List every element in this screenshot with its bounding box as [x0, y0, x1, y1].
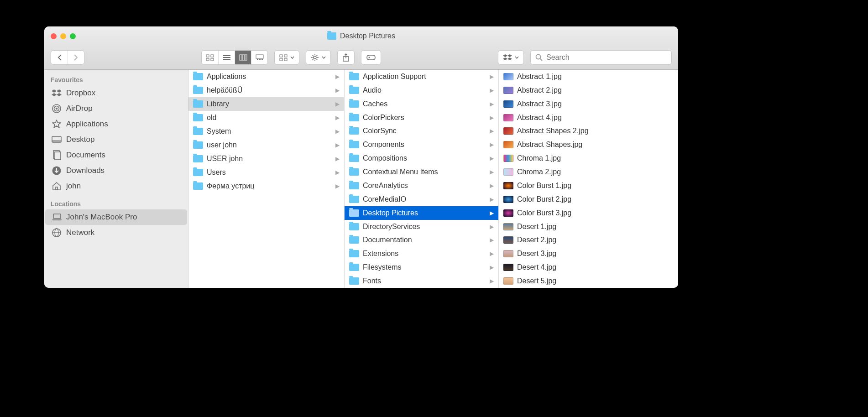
dropbox-toolbar-button[interactable]: [498, 50, 524, 65]
back-button[interactable]: [51, 51, 68, 64]
tags-button[interactable]: [361, 50, 381, 65]
folder-row[interactable]: Caches▶: [345, 97, 498, 111]
folder-row[interactable]: System▶: [188, 125, 344, 138]
file-row[interactable]: Abstract 4.jpg: [499, 111, 678, 125]
sidebar-item-desktop[interactable]: Desktop: [45, 132, 187, 147]
network-icon: [52, 228, 62, 238]
chevron-down-icon: [290, 56, 294, 59]
sidebar-item-network[interactable]: Network: [45, 225, 187, 240]
folder-row[interactable]: Applications▶: [188, 70, 344, 83]
row-label: System: [207, 127, 231, 136]
file-row[interactable]: Abstract 1.jpg: [499, 70, 678, 83]
gallery-view-button[interactable]: [251, 51, 267, 64]
file-row[interactable]: Color Burst 2.jpg: [499, 193, 678, 206]
close-button[interactable]: [51, 33, 57, 39]
search-field[interactable]: [530, 50, 672, 65]
row-label: Desert 4.jpg: [517, 263, 556, 271]
column-1: Application Support▶Audio▶Caches▶ColorPi…: [345, 70, 499, 288]
sidebar-item-applications[interactable]: Applications: [45, 116, 187, 132]
row-label: Color Burst 1.jpg: [517, 182, 571, 190]
folder-row[interactable]: Audio▶: [345, 83, 498, 97]
folder-row[interactable]: CoreMediaIO▶: [345, 193, 498, 206]
row-label: old: [207, 114, 216, 122]
folder-row[interactable]: Filesystems▶: [345, 261, 498, 274]
folder-row[interactable]: Compositions▶: [345, 151, 498, 165]
folder-icon: [349, 73, 359, 80]
svg-rect-3: [211, 58, 214, 61]
sidebar-item-john[interactable]: john: [45, 178, 187, 194]
file-row[interactable]: Chroma 2.jpg: [499, 165, 678, 179]
chevron-right-icon: ▶: [335, 169, 340, 176]
image-thumbnail-icon: [503, 127, 513, 135]
file-row[interactable]: Abstract 3.jpg: [499, 97, 678, 111]
search-input[interactable]: [546, 53, 667, 62]
file-row[interactable]: Abstract 2.jpg: [499, 83, 678, 97]
file-row[interactable]: Abstract Shapes.jpg: [499, 138, 678, 151]
column-2: Abstract 1.jpgAbstract 2.jpgAbstract 3.j…: [499, 70, 678, 288]
folder-row[interactable]: Extensions▶: [345, 247, 498, 261]
folder-icon: [349, 209, 359, 217]
svg-rect-36: [52, 140, 61, 142]
file-row[interactable]: Desert 2.jpg: [499, 234, 678, 247]
toolbar: [44, 46, 678, 70]
svg-rect-40: [56, 187, 58, 190]
folder-row[interactable]: Users▶: [188, 166, 344, 179]
file-row[interactable]: Chroma 1.jpg: [499, 151, 678, 165]
folder-row[interactable]: Application Support▶: [345, 70, 498, 83]
sidebar-item-documents[interactable]: Documents: [45, 147, 187, 163]
folder-row[interactable]: Desktop Pictures▶: [345, 206, 498, 220]
arrange-button[interactable]: [274, 50, 299, 65]
folder-icon: [193, 155, 203, 162]
maximize-button[interactable]: [70, 33, 76, 39]
folder-row[interactable]: ColorSync▶: [345, 125, 498, 138]
share-button[interactable]: [337, 50, 355, 65]
folder-row[interactable]: Components▶: [345, 138, 498, 151]
action-button[interactable]: [306, 50, 331, 65]
folder-icon: [193, 128, 203, 135]
svg-line-23: [312, 55, 313, 56]
downloads-icon: [52, 166, 62, 176]
row-label: Chroma 2.jpg: [517, 168, 561, 176]
file-row[interactable]: Desert 1.jpg: [499, 220, 678, 234]
folder-row[interactable]: CoreAnalytics▶: [345, 179, 498, 193]
image-thumbnail-icon: [503, 114, 513, 121]
folder-row[interactable]: old▶: [188, 111, 344, 125]
sidebar-item-downloads[interactable]: Downloads: [45, 163, 187, 178]
column-browser: Applications▶helpäöüßÜ▶Library▶old▶Syste…: [188, 70, 678, 288]
row-label: Chroma 1.jpg: [517, 154, 561, 162]
file-row[interactable]: Color Burst 1.jpg: [499, 179, 678, 193]
sidebar-item-airdrop[interactable]: AirDrop: [45, 101, 187, 116]
svg-rect-14: [280, 55, 282, 57]
image-thumbnail-icon: [503, 223, 513, 230]
folder-row[interactable]: Documentation▶: [345, 234, 498, 247]
folder-row[interactable]: Library▶: [188, 97, 344, 111]
folder-row[interactable]: Fonts▶: [345, 274, 498, 288]
list-view-button[interactable]: [218, 51, 235, 64]
chevron-right-icon: ▶: [490, 250, 494, 257]
folder-row[interactable]: Contextual Menu Items▶: [345, 165, 498, 179]
folder-row[interactable]: Ферма устриц▶: [188, 179, 344, 193]
file-row[interactable]: Abstract Shapes 2.jpg: [499, 125, 678, 138]
file-row[interactable]: Desert 4.jpg: [499, 261, 678, 274]
sidebar-item-john-s-macbook-pro[interactable]: John's MacBook Pro: [45, 209, 187, 225]
column-view-button[interactable]: [235, 51, 251, 64]
svg-rect-1: [211, 55, 214, 57]
minimize-button[interactable]: [60, 33, 66, 39]
tag-icon: [366, 54, 376, 61]
folder-row[interactable]: ColorPickers▶: [345, 111, 498, 125]
sidebar-item-dropbox[interactable]: Dropbox: [45, 85, 187, 101]
folder-row[interactable]: user john▶: [188, 138, 344, 152]
folder-row[interactable]: helpäöüßÜ▶: [188, 83, 344, 97]
folder-row[interactable]: DirectoryServices▶: [345, 220, 498, 234]
icon-view-button[interactable]: [202, 51, 218, 64]
sidebar-item-label: Dropbox: [66, 89, 95, 98]
svg-line-31: [540, 59, 543, 61]
folder-row[interactable]: USER john▶: [188, 152, 344, 166]
file-row[interactable]: Desert 3.jpg: [499, 247, 678, 261]
forward-button[interactable]: [68, 51, 84, 64]
row-label: CoreAnalytics: [363, 182, 408, 190]
svg-line-24: [317, 59, 318, 60]
file-row[interactable]: Color Burst 3.jpg: [499, 206, 678, 220]
file-row[interactable]: Desert 5.jpg: [499, 274, 678, 288]
view-mode-switcher: [201, 50, 268, 65]
